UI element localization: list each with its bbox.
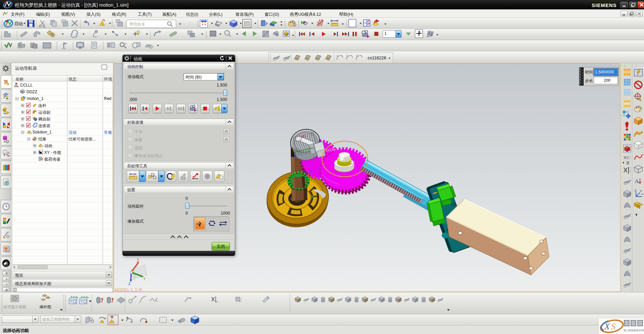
svg-text:X: X bbox=[137, 258, 139, 262]
svg-text:x: x bbox=[216, 300, 218, 303]
svg-text:X: X bbox=[640, 189, 642, 192]
svg-text:Y: Y bbox=[641, 193, 643, 196]
svg-text:Z: Z bbox=[635, 189, 636, 192]
svg-text:A: A bbox=[635, 178, 639, 184]
svg-text:001: 001 bbox=[310, 193, 318, 200]
svg-text:Z: Z bbox=[128, 282, 130, 286]
svg-text:ZL-XS1616.COM: ZL-XS1616.COM bbox=[624, 329, 644, 332]
svg-text:04: 04 bbox=[350, 161, 354, 166]
svg-text:Y: Y bbox=[143, 277, 146, 281]
